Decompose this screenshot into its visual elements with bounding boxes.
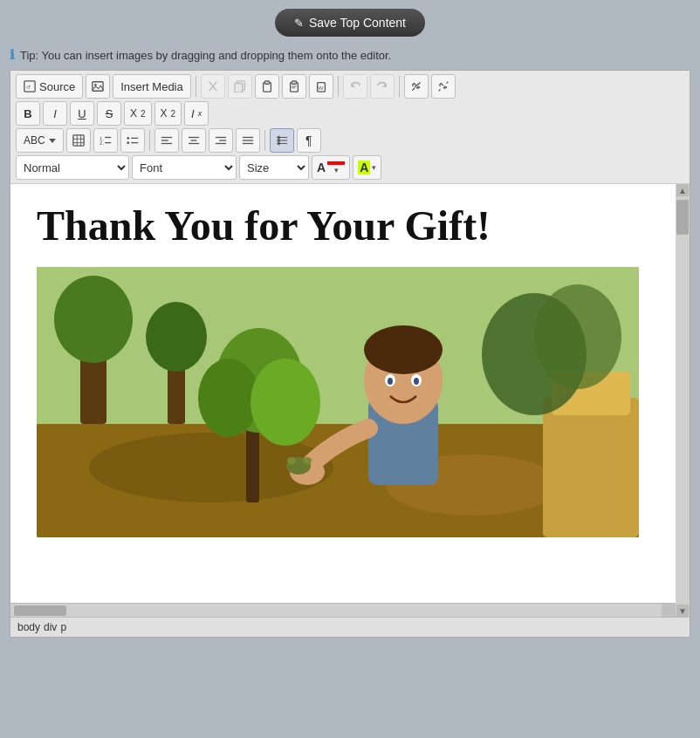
paste-word-button[interactable]: W — [309, 74, 333, 99]
svg-marker-20 — [49, 139, 56, 143]
svg-point-67 — [388, 378, 393, 385]
svg-text:2.: 2. — [100, 140, 104, 146]
strike-button[interactable]: S — [97, 101, 121, 126]
pencil-icon: ✎ — [294, 17, 304, 30]
redo-icon — [376, 80, 388, 92]
bg-color-button[interactable]: A ▾ — [353, 155, 381, 180]
source-button[interactable]: ↺ Source — [16, 74, 83, 99]
svg-rect-21 — [73, 135, 84, 146]
table-button[interactable] — [66, 128, 91, 153]
unordered-list-button[interactable] — [120, 128, 145, 153]
bg-color-arrow-icon: ▾ — [372, 163, 376, 172]
toolbar: ↺ Source Insert Media — [10, 71, 690, 184]
horizontal-scrollbar-thumb[interactable] — [14, 605, 66, 616]
editor-content-area[interactable]: Thank You for Your Gift! — [10, 184, 676, 603]
image-button[interactable] — [86, 74, 110, 99]
align-right-button[interactable] — [209, 128, 233, 153]
status-body[interactable]: body — [17, 621, 40, 633]
insert-media-button[interactable]: Insert Media — [113, 74, 191, 99]
toolbar-row-2: B I U S X2 X2 Ix — [16, 101, 684, 126]
horizontal-scrollbar[interactable] — [10, 603, 676, 617]
paste-button[interactable] — [255, 74, 279, 99]
svg-marker-17 — [382, 84, 386, 87]
svg-point-76 — [534, 284, 621, 389]
underline-label: U — [78, 107, 86, 120]
vertical-scrollbar[interactable]: ▲ ▼ — [676, 184, 690, 617]
undo-button[interactable] — [343, 74, 367, 99]
vertical-scrollbar-thumb[interactable] — [676, 200, 689, 235]
font-color-arrow-icon: ▾ — [334, 166, 339, 174]
paste-icon — [261, 80, 273, 92]
sep-2 — [338, 76, 339, 97]
paste-word-icon: W — [315, 80, 327, 92]
size-select[interactable]: Size 8 10 12 14 18 24 36 — [239, 155, 309, 180]
status-div[interactable]: div — [44, 621, 57, 633]
source-label: Source — [39, 80, 75, 93]
svg-point-72 — [303, 457, 312, 464]
align-left-icon — [161, 134, 173, 147]
font-color-button[interactable]: A ▾ — [312, 155, 350, 180]
strike-label: S — [106, 107, 113, 120]
sep-5 — [264, 130, 265, 151]
blockquote-icon — [276, 134, 288, 147]
unlink-icon — [437, 80, 450, 92]
scroll-down-button[interactable]: ▼ — [676, 605, 689, 617]
align-center-button[interactable] — [182, 128, 206, 153]
remove-format-button[interactable]: Ix — [184, 101, 209, 126]
editor-scroll-wrap: Thank You for Your Gift! — [10, 184, 690, 617]
garden-scene-svg — [37, 267, 639, 537]
format-select[interactable]: Normal Heading 1 Heading 2 Heading 3 Pre… — [16, 155, 129, 180]
svg-point-61 — [250, 359, 320, 446]
spellcheck-label: ABC — [24, 134, 45, 147]
unlink-button[interactable] — [431, 74, 456, 99]
status-p[interactable]: p — [60, 621, 66, 633]
svg-point-3 — [94, 84, 97, 86]
align-left-button[interactable] — [154, 128, 179, 153]
info-icon: ℹ — [10, 47, 15, 63]
svg-point-55 — [54, 276, 133, 363]
paragraph-icon: ¶ — [305, 133, 312, 147]
svg-line-18 — [446, 82, 448, 84]
svg-text:↺: ↺ — [26, 84, 31, 90]
blockquote-button[interactable] — [270, 128, 294, 153]
svg-point-71 — [287, 457, 296, 464]
ordered-list-icon: 1. 2. — [100, 134, 112, 147]
underline-button[interactable]: U — [70, 101, 94, 126]
bold-button[interactable]: B — [16, 101, 40, 126]
link-button[interactable] — [404, 74, 429, 99]
spellcheck-arrow-icon — [49, 137, 56, 144]
spellcheck-button[interactable]: ABC — [16, 128, 64, 153]
unordered-list-icon — [127, 134, 139, 147]
italic-button[interactable]: I — [43, 101, 67, 126]
svg-point-57 — [146, 302, 207, 372]
cut-button[interactable] — [201, 74, 225, 99]
save-button-label: Save Top Content — [309, 16, 406, 30]
paste-plain-icon — [288, 80, 300, 92]
sep-4 — [149, 130, 150, 151]
save-top-content-button[interactable]: ✎ Save Top Content — [275, 9, 425, 37]
image-icon — [92, 80, 104, 92]
scroll-up-button[interactable]: ▲ — [676, 184, 689, 196]
copy-button[interactable] — [228, 74, 252, 99]
save-button-wrap: ✎ Save Top Content — [0, 9, 700, 37]
svg-text:W: W — [318, 85, 323, 91]
subscript-button[interactable]: X2 — [124, 101, 152, 126]
redo-button[interactable] — [370, 74, 395, 99]
paragraph-button[interactable]: ¶ — [297, 128, 321, 153]
sep-1 — [196, 76, 196, 97]
editor-container: ↺ Source Insert Media — [10, 70, 690, 638]
align-center-icon — [188, 134, 200, 147]
ordered-list-button[interactable]: 1. 2. — [93, 128, 118, 153]
bg-color-icon: A — [358, 161, 370, 174]
svg-point-60 — [198, 359, 259, 437]
font-color-swatch — [327, 161, 345, 165]
source-icon: ↺ — [24, 80, 36, 92]
align-justify-button[interactable] — [236, 128, 260, 153]
font-select[interactable]: Font Arial Georgia Times New Roman Verda… — [132, 155, 237, 180]
paste-plain-button[interactable] — [282, 74, 306, 99]
superscript-button[interactable]: X2 — [154, 101, 182, 126]
align-right-icon — [215, 134, 227, 147]
undo-icon — [349, 80, 361, 92]
svg-rect-11 — [292, 81, 296, 85]
svg-rect-7 — [235, 84, 243, 93]
